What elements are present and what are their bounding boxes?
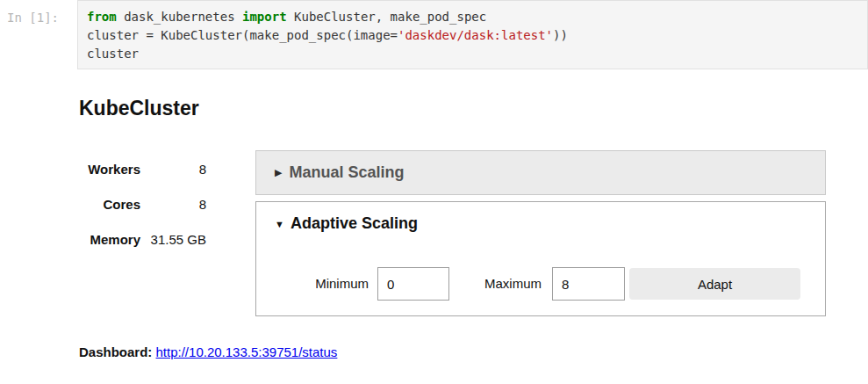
manual-scaling-accordion[interactable]: ▶ Manual Scaling: [255, 150, 826, 195]
code-content: from dask_kubernetes import KubeCluster,…: [78, 1, 867, 70]
table-row: Workers 8: [66, 151, 206, 186]
manual-scaling-label: Manual Scaling: [289, 163, 404, 182]
memory-label: Memory: [66, 221, 140, 257]
cores-value: 8: [140, 186, 206, 221]
notebook-page: In [1]: from dask_kubernetes import Kube…: [0, 0, 868, 384]
dashboard-label: Dashboard:: [79, 344, 152, 359]
code-keyword-from: from: [87, 10, 117, 24]
table-row: Memory 31.55 GB: [66, 221, 206, 257]
minimum-label: Minimum: [309, 267, 369, 301]
code-imported-names: KubeCluster, make_pod_spec: [287, 10, 487, 24]
dashboard-link[interactable]: http://10.20.133.5:39751/status: [156, 344, 338, 359]
memory-value: 31.55 GB: [140, 221, 206, 257]
caret-down-icon: ▼: [275, 219, 284, 229]
cores-label: Cores: [66, 186, 140, 221]
caret-right-icon: ▶: [275, 167, 282, 178]
code-string-literal: 'daskdev/dask:latest': [398, 28, 553, 42]
workers-value: 8: [140, 151, 206, 186]
adapt-button[interactable]: Adapt: [629, 268, 800, 300]
adaptive-scaling-label: Adaptive Scaling: [291, 214, 418, 233]
cluster-stats-table: Workers 8 Cores 8 Memory 31.55 GB: [66, 151, 206, 257]
code-keyword-import: import: [242, 10, 287, 24]
code-cell: In [1]: from dask_kubernetes import Kube…: [0, 0, 868, 70]
code-line2-post: )): [553, 28, 568, 42]
table-row: Cores 8: [66, 186, 206, 221]
maximum-label: Maximum: [477, 267, 542, 301]
adaptive-scaling-accordion[interactable]: ▼ Adaptive Scaling: [275, 214, 418, 233]
maximum-input[interactable]: [552, 267, 625, 301]
workers-label: Workers: [66, 151, 140, 186]
adaptive-scaling-panel: ▼ Adaptive Scaling Minimum Maximum Adapt: [255, 201, 826, 316]
code-line3: cluster: [87, 47, 139, 61]
code-editor[interactable]: from dask_kubernetes import KubeCluster,…: [77, 0, 868, 69]
execution-prompt: In [1]:: [7, 9, 72, 27]
code-module-name: dask_kubernetes: [117, 10, 242, 24]
code-line2-pre: cluster = KubeCluster(make_pod_spec(imag…: [87, 28, 398, 42]
cluster-title: KubeCluster: [79, 97, 199, 120]
minimum-input[interactable]: [377, 267, 449, 301]
dashboard-line: Dashboard: http://10.20.133.5:39751/stat…: [79, 344, 337, 359]
